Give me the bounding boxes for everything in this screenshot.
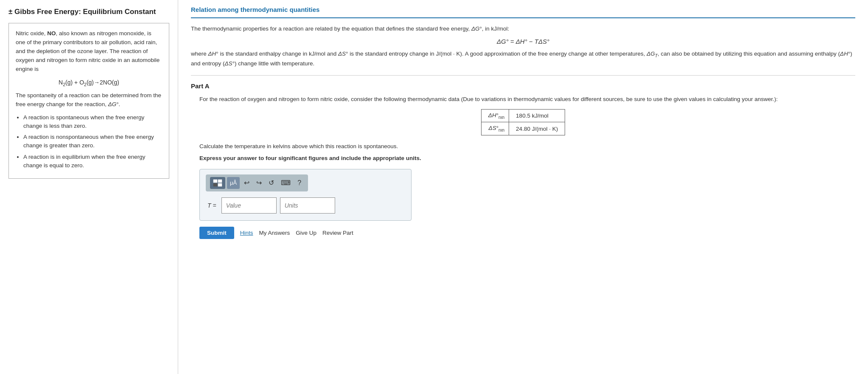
table-row: ΔH°rxn 180.5 kJ/mol bbox=[481, 109, 565, 122]
table-cell-value-2: 24.80 J/(mol · K) bbox=[509, 122, 565, 135]
answer-label: T = bbox=[207, 202, 216, 209]
give-up-link[interactable]: Give Up bbox=[296, 230, 316, 236]
block-icon bbox=[213, 179, 222, 187]
keyboard-icon: ⌨ bbox=[281, 179, 291, 187]
undo-button[interactable]: ↩ bbox=[241, 177, 252, 189]
action-bar: Submit Hints My Answers Give Up Review P… bbox=[199, 227, 847, 239]
table-cell-label-2: ΔS°rxn bbox=[481, 122, 509, 135]
sidebar-intro-p2: The spontaneity of a reaction can be det… bbox=[16, 91, 162, 109]
part-label: Part A bbox=[191, 82, 855, 90]
divider bbox=[191, 75, 855, 76]
sidebar-bullet-3: A reaction is in equilibrium when the fr… bbox=[23, 153, 162, 170]
svg-rect-1 bbox=[218, 180, 222, 183]
undo-icon: ↩ bbox=[244, 179, 249, 187]
intro-line2: where ΔH° is the standard enthalpy chang… bbox=[191, 49, 855, 68]
express-text: Express your answer to four significant … bbox=[199, 154, 847, 163]
value-input[interactable] bbox=[221, 197, 277, 214]
table-row: ΔS°rxn 24.80 J/(mol · K) bbox=[481, 122, 565, 135]
svg-rect-2 bbox=[213, 183, 217, 186]
thermodynamic-data-table: ΔH°rxn 180.5 kJ/mol ΔS°rxn 24.80 J/(mol … bbox=[481, 109, 565, 135]
refresh-icon: ↺ bbox=[269, 179, 274, 187]
refresh-button[interactable]: ↺ bbox=[266, 177, 277, 189]
answer-row: T = bbox=[206, 197, 405, 214]
intro-line1: The thermodynamic properties for a react… bbox=[191, 24, 855, 34]
redo-button[interactable]: ↪ bbox=[254, 177, 264, 189]
reaction-equation: N2(g) + O2(g)→2NO(g) bbox=[16, 78, 162, 88]
svg-rect-0 bbox=[213, 180, 217, 183]
sidebar-intro-p1: Nitric oxide, NO, also known as nitrogen… bbox=[16, 29, 162, 74]
table-cell-value-1: 180.5 kJ/mol bbox=[509, 109, 565, 122]
sidebar-bullet-1: A reaction is spontaneous when the free … bbox=[23, 113, 162, 131]
table-cell-label-1: ΔH°rxn bbox=[481, 109, 509, 122]
submit-button[interactable]: Submit bbox=[199, 227, 234, 239]
keyboard-button[interactable]: ⌨ bbox=[278, 177, 293, 189]
data-table-wrapper: ΔH°rxn 180.5 kJ/mol ΔS°rxn 24.80 J/(mol … bbox=[191, 109, 855, 135]
sidebar-title: ± Gibbs Free Energy: Equilibrium Constan… bbox=[8, 8, 169, 16]
hints-link[interactable]: Hints bbox=[240, 230, 253, 236]
mu-label: μÅ bbox=[230, 180, 237, 186]
section-title: Relation among thermodynamic quantities bbox=[191, 0, 855, 18]
my-answers-link[interactable]: My Answers bbox=[259, 230, 290, 236]
calculate-text: Calculate the temperature in kelvins abo… bbox=[199, 142, 847, 151]
main-content: Relation among thermodynamic quantities … bbox=[178, 0, 868, 374]
sidebar-bullet-2: A reaction is nonspontaneous when the fr… bbox=[23, 133, 162, 150]
mu-button[interactable]: μÅ bbox=[227, 177, 240, 189]
sidebar: ± Gibbs Free Energy: Equilibrium Constan… bbox=[0, 0, 178, 374]
svg-rect-3 bbox=[218, 183, 222, 186]
help-icon: ? bbox=[297, 179, 301, 187]
redo-icon: ↪ bbox=[256, 179, 262, 187]
units-input[interactable] bbox=[280, 197, 335, 214]
block-mode-button[interactable] bbox=[210, 177, 225, 189]
main-equation: ΔG° = ΔH° − TΔS° bbox=[191, 38, 855, 45]
part-description: For the reaction of oxygen and nitrogen … bbox=[191, 95, 855, 104]
help-button[interactable]: ? bbox=[295, 177, 304, 189]
toolbar: μÅ ↩ ↪ ↺ ⌨ ? bbox=[206, 174, 308, 191]
answer-box: μÅ ↩ ↪ ↺ ⌨ ? T = bbox=[199, 169, 412, 221]
sidebar-bullet-list: A reaction is spontaneous when the free … bbox=[23, 113, 162, 170]
sidebar-box: Nitric oxide, NO, also known as nitrogen… bbox=[8, 23, 169, 179]
review-part-link[interactable]: Review Part bbox=[322, 230, 353, 236]
